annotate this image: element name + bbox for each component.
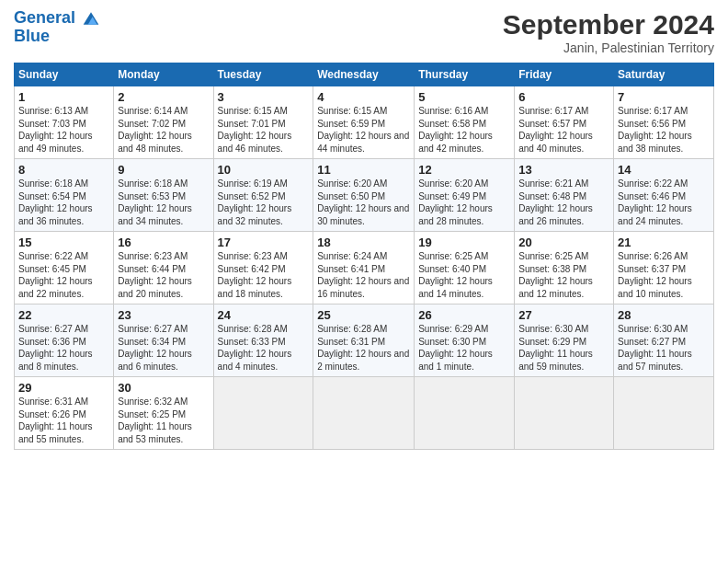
calendar-cell: 7 Sunrise: 6:17 AM Sunset: 6:56 PM Dayli… <box>614 86 714 159</box>
calendar-cell: 2 Sunrise: 6:14 AM Sunset: 7:02 PM Dayli… <box>114 86 213 159</box>
week-row-2: 8 Sunrise: 6:18 AM Sunset: 6:54 PM Dayli… <box>15 159 714 232</box>
day-info: Sunrise: 6:18 AM Sunset: 6:53 PM Dayligh… <box>118 178 209 227</box>
calendar-header-row: SundayMondayTuesdayWednesdayThursdayFrid… <box>15 63 714 86</box>
calendar-cell: 11 Sunrise: 6:20 AM Sunset: 6:50 PM Dayl… <box>313 159 415 232</box>
day-number: 28 <box>618 308 710 322</box>
calendar-body: 1 Sunrise: 6:13 AM Sunset: 7:03 PM Dayli… <box>15 86 714 450</box>
day-info: Sunrise: 6:25 AM Sunset: 6:40 PM Dayligh… <box>418 250 510 300</box>
calendar-cell: 24 Sunrise: 6:28 AM Sunset: 6:33 PM Dayl… <box>213 304 313 377</box>
calendar-cell: 10 Sunrise: 6:19 AM Sunset: 6:52 PM Dayl… <box>213 159 313 232</box>
day-info: Sunrise: 6:20 AM Sunset: 6:50 PM Dayligh… <box>317 178 410 227</box>
day-number: 24 <box>218 308 310 322</box>
day-info: Sunrise: 6:16 AM Sunset: 6:58 PM Dayligh… <box>418 105 510 155</box>
calendar-cell <box>213 377 313 450</box>
calendar-cell: 6 Sunrise: 6:17 AM Sunset: 6:57 PM Dayli… <box>515 86 614 159</box>
calendar-cell: 30 Sunrise: 6:32 AM Sunset: 6:25 PM Dayl… <box>114 377 213 450</box>
day-info: Sunrise: 6:27 AM Sunset: 6:34 PM Dayligh… <box>118 323 209 373</box>
day-info: Sunrise: 6:23 AM Sunset: 6:44 PM Dayligh… <box>118 250 209 300</box>
day-info: Sunrise: 6:23 AM Sunset: 6:42 PM Dayligh… <box>218 250 310 300</box>
day-info: Sunrise: 6:17 AM Sunset: 6:56 PM Dayligh… <box>618 105 710 155</box>
day-number: 30 <box>118 381 209 395</box>
day-info: Sunrise: 6:28 AM Sunset: 6:31 PM Dayligh… <box>317 323 410 373</box>
calendar-cell: 19 Sunrise: 6:25 AM Sunset: 6:40 PM Dayl… <box>415 232 515 304</box>
logo-text2: Blue <box>14 28 100 46</box>
day-info: Sunrise: 6:32 AM Sunset: 6:25 PM Dayligh… <box>118 396 209 445</box>
day-number: 8 <box>18 163 109 177</box>
day-number: 23 <box>118 308 209 322</box>
day-info: Sunrise: 6:30 AM Sunset: 6:29 PM Dayligh… <box>518 323 609 373</box>
week-row-1: 1 Sunrise: 6:13 AM Sunset: 7:03 PM Dayli… <box>15 86 714 159</box>
day-info: Sunrise: 6:14 AM Sunset: 7:02 PM Dayligh… <box>118 105 209 155</box>
day-number: 18 <box>317 236 410 249</box>
page: General Blue September 2024 Janin, Pales… <box>0 0 728 563</box>
calendar-cell: 12 Sunrise: 6:20 AM Sunset: 6:49 PM Dayl… <box>415 159 515 232</box>
week-row-5: 29 Sunrise: 6:31 AM Sunset: 6:26 PM Dayl… <box>15 377 714 450</box>
calendar-cell: 18 Sunrise: 6:24 AM Sunset: 6:41 PM Dayl… <box>313 232 415 304</box>
day-number: 13 <box>518 163 609 177</box>
day-number: 3 <box>218 90 310 104</box>
calendar-cell: 17 Sunrise: 6:23 AM Sunset: 6:42 PM Dayl… <box>213 232 313 304</box>
day-number: 5 <box>418 90 510 104</box>
day-header-sunday: Sunday <box>15 63 114 86</box>
calendar-cell: 21 Sunrise: 6:26 AM Sunset: 6:37 PM Dayl… <box>614 232 714 304</box>
day-header-wednesday: Wednesday <box>313 63 415 86</box>
day-number: 6 <box>518 90 609 104</box>
day-info: Sunrise: 6:22 AM Sunset: 6:45 PM Dayligh… <box>18 250 109 300</box>
day-info: Sunrise: 6:26 AM Sunset: 6:37 PM Dayligh… <box>618 250 710 300</box>
day-info: Sunrise: 6:29 AM Sunset: 6:30 PM Dayligh… <box>418 323 510 373</box>
day-number: 10 <box>218 163 310 177</box>
day-info: Sunrise: 6:22 AM Sunset: 6:46 PM Dayligh… <box>618 178 710 227</box>
day-number: 19 <box>418 236 510 249</box>
day-number: 9 <box>118 163 209 177</box>
header: General Blue September 2024 Janin, Pales… <box>14 9 714 55</box>
calendar-table: SundayMondayTuesdayWednesdayThursdayFrid… <box>14 63 714 450</box>
day-info: Sunrise: 6:24 AM Sunset: 6:41 PM Dayligh… <box>317 250 410 300</box>
calendar-cell: 8 Sunrise: 6:18 AM Sunset: 6:54 PM Dayli… <box>15 159 114 232</box>
day-header-tuesday: Tuesday <box>213 63 313 86</box>
calendar-cell: 28 Sunrise: 6:30 AM Sunset: 6:27 PM Dayl… <box>614 304 714 377</box>
calendar-cell: 1 Sunrise: 6:13 AM Sunset: 7:03 PM Dayli… <box>15 86 114 159</box>
calendar-cell: 23 Sunrise: 6:27 AM Sunset: 6:34 PM Dayl… <box>114 304 213 377</box>
day-number: 29 <box>18 381 109 395</box>
day-number: 22 <box>18 308 109 322</box>
calendar-cell: 22 Sunrise: 6:27 AM Sunset: 6:36 PM Dayl… <box>15 304 114 377</box>
calendar-cell: 9 Sunrise: 6:18 AM Sunset: 6:53 PM Dayli… <box>114 159 213 232</box>
calendar-cell: 15 Sunrise: 6:22 AM Sunset: 6:45 PM Dayl… <box>15 232 114 304</box>
calendar-cell: 4 Sunrise: 6:15 AM Sunset: 6:59 PM Dayli… <box>313 86 415 159</box>
day-header-saturday: Saturday <box>614 63 714 86</box>
day-header-friday: Friday <box>515 63 614 86</box>
day-info: Sunrise: 6:28 AM Sunset: 6:33 PM Dayligh… <box>218 323 310 373</box>
calendar-cell: 3 Sunrise: 6:15 AM Sunset: 7:01 PM Dayli… <box>213 86 313 159</box>
day-number: 15 <box>18 236 109 249</box>
day-info: Sunrise: 6:15 AM Sunset: 7:01 PM Dayligh… <box>218 105 310 155</box>
location-title: Janin, Palestinian Territory <box>503 40 714 55</box>
calendar-cell <box>313 377 415 450</box>
month-title: September 2024 <box>503 9 714 40</box>
calendar-cell: 5 Sunrise: 6:16 AM Sunset: 6:58 PM Dayli… <box>415 86 515 159</box>
day-header-monday: Monday <box>114 63 213 86</box>
day-number: 16 <box>118 236 209 249</box>
logo-text: General <box>14 9 100 28</box>
calendar-cell: 27 Sunrise: 6:30 AM Sunset: 6:29 PM Dayl… <box>515 304 614 377</box>
day-number: 7 <box>618 90 710 104</box>
day-info: Sunrise: 6:21 AM Sunset: 6:48 PM Dayligh… <box>518 178 609 227</box>
week-row-4: 22 Sunrise: 6:27 AM Sunset: 6:36 PM Dayl… <box>15 304 714 377</box>
calendar-cell <box>614 377 714 450</box>
day-info: Sunrise: 6:31 AM Sunset: 6:26 PM Dayligh… <box>18 396 109 445</box>
calendar-cell: 16 Sunrise: 6:23 AM Sunset: 6:44 PM Dayl… <box>114 232 213 304</box>
day-info: Sunrise: 6:20 AM Sunset: 6:49 PM Dayligh… <box>418 178 510 227</box>
calendar-cell: 14 Sunrise: 6:22 AM Sunset: 6:46 PM Dayl… <box>614 159 714 232</box>
day-number: 20 <box>518 236 609 249</box>
logo: General Blue <box>14 9 100 46</box>
day-header-thursday: Thursday <box>415 63 515 86</box>
week-row-3: 15 Sunrise: 6:22 AM Sunset: 6:45 PM Dayl… <box>15 232 714 304</box>
day-number: 21 <box>618 236 710 249</box>
calendar-cell: 20 Sunrise: 6:25 AM Sunset: 6:38 PM Dayl… <box>515 232 614 304</box>
day-info: Sunrise: 6:25 AM Sunset: 6:38 PM Dayligh… <box>518 250 609 300</box>
day-info: Sunrise: 6:30 AM Sunset: 6:27 PM Dayligh… <box>618 323 710 373</box>
calendar-cell <box>515 377 614 450</box>
day-info: Sunrise: 6:15 AM Sunset: 6:59 PM Dayligh… <box>317 105 410 155</box>
day-number: 26 <box>418 308 510 322</box>
day-info: Sunrise: 6:18 AM Sunset: 6:54 PM Dayligh… <box>18 178 109 227</box>
day-number: 12 <box>418 163 510 177</box>
